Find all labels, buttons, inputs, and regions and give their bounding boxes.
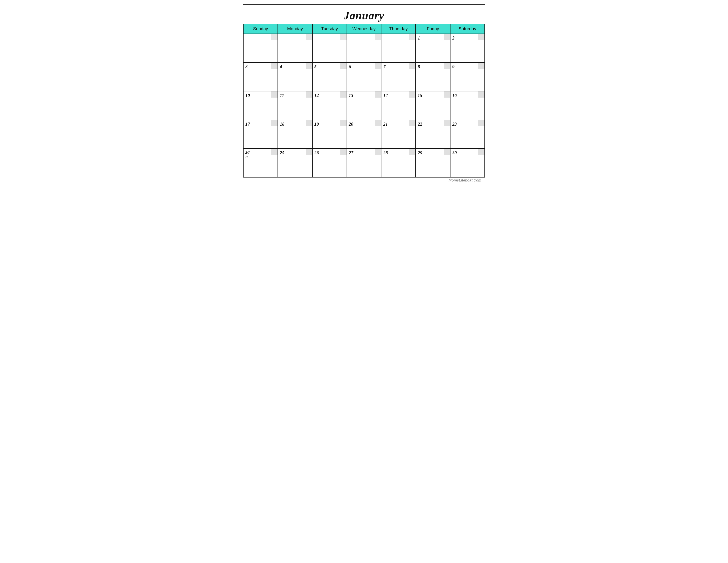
day-cell: 12: [312, 91, 347, 120]
week-row-3: 10111213141516: [243, 91, 485, 120]
day-cell: 2: [450, 34, 485, 62]
day-header-saturday: Saturday: [450, 24, 485, 34]
day-corner-decoration: [444, 149, 450, 155]
day-cell: 15: [416, 91, 450, 120]
day-corner-decoration: [444, 63, 450, 69]
day-corner-decoration: [478, 91, 484, 98]
day-corner-decoration: [409, 149, 415, 155]
day-cell: 1: [416, 34, 450, 62]
day-cell: 24/31: [243, 148, 278, 177]
day-corner-decoration: [271, 120, 278, 126]
day-corner-decoration: [478, 63, 484, 69]
day-corner-decoration: [340, 91, 347, 98]
day-cell: 18: [278, 120, 312, 148]
day-header-sunday: Sunday: [243, 24, 278, 34]
date-number: 19: [314, 121, 319, 126]
day-cell: 21: [381, 120, 416, 148]
day-corner-decoration: [340, 149, 347, 155]
date-number: 23: [452, 121, 457, 126]
day-cell: 9: [450, 62, 485, 91]
date-number: 15: [418, 93, 422, 98]
week-row-2: 3456789: [243, 62, 485, 91]
date-slash: /: [249, 150, 250, 154]
date-number: 8: [418, 64, 420, 69]
day-cell: 26: [312, 148, 347, 177]
date-number: 30: [452, 150, 457, 155]
day-header-wednesday: Wednesday: [347, 24, 381, 34]
day-cell: 23: [450, 120, 485, 148]
day-header-thursday: Thursday: [381, 24, 416, 34]
date-number: 14: [383, 93, 388, 98]
day-corner-decoration: [478, 34, 484, 40]
date-number: 6: [349, 64, 351, 69]
day-corner-decoration: [271, 34, 278, 40]
day-corner-decoration: [478, 120, 484, 126]
week-row-1: 12: [243, 34, 485, 62]
day-cell: 29: [416, 148, 450, 177]
date-number: 17: [245, 121, 250, 126]
calendar-container: January SundayMondayTuesdayWednesdayThur…: [243, 4, 485, 184]
date-number: 11: [280, 93, 284, 98]
date-number: 27: [349, 150, 353, 155]
day-cell: 22: [416, 120, 450, 148]
day-corner-decoration: [306, 63, 312, 69]
day-corner-decoration: [375, 34, 381, 40]
day-cell: [312, 34, 347, 62]
second-date: 31: [245, 155, 248, 158]
date-number: 4: [280, 64, 282, 69]
day-corner-decoration: [271, 149, 278, 155]
date-number: 5: [314, 64, 317, 69]
day-cell: 4: [278, 62, 312, 91]
day-cell: 30: [450, 148, 485, 177]
day-corner-decoration: [340, 34, 347, 40]
day-cell: 7: [381, 62, 416, 91]
day-corner-decoration: [375, 91, 381, 98]
first-date: 24: [245, 150, 249, 154]
day-cell: 3: [243, 62, 278, 91]
date-number: 20: [349, 121, 353, 126]
day-cell: 14: [381, 91, 416, 120]
date-number: 9: [452, 64, 454, 69]
day-corner-decoration: [375, 149, 381, 155]
day-corner-decoration: [306, 91, 312, 98]
date-number: 25: [280, 150, 284, 155]
date-number: 28: [383, 150, 388, 155]
day-cell: 20: [347, 120, 381, 148]
day-corner-decoration: [375, 63, 381, 69]
day-corner-decoration: [478, 149, 484, 155]
day-header-tuesday: Tuesday: [312, 24, 347, 34]
day-corner-decoration: [444, 120, 450, 126]
day-cell: 17: [243, 120, 278, 148]
day-header-monday: Monday: [278, 24, 312, 34]
day-corner-decoration: [375, 120, 381, 126]
day-corner-decoration: [340, 120, 347, 126]
calendar-grid: SundayMondayTuesdayWednesdayThursdayFrid…: [243, 24, 485, 177]
day-cell: 19: [312, 120, 347, 148]
day-cell: 11: [278, 91, 312, 120]
day-corner-decoration: [444, 34, 450, 40]
day-header-friday: Friday: [416, 24, 450, 34]
day-cell: [243, 34, 278, 62]
day-corner-decoration: [340, 63, 347, 69]
date-number: 3: [245, 64, 248, 69]
day-cell: 16: [450, 91, 485, 120]
day-corner-decoration: [306, 34, 312, 40]
week-row-4: 17181920212223: [243, 120, 485, 148]
date-number: 10: [245, 93, 250, 98]
watermark: MomsLifeboat.Com: [243, 177, 485, 184]
date-number: 12: [314, 93, 319, 98]
day-cell: 28: [381, 148, 416, 177]
date-number: 26: [314, 150, 319, 155]
week-row-5: 24/31252627282930: [243, 148, 485, 177]
day-cell: 25: [278, 148, 312, 177]
watermark-text: MomsLifeboat.Com: [449, 178, 481, 182]
date-number: 7: [383, 64, 385, 69]
date-number: 21: [383, 121, 388, 126]
day-corner-decoration: [271, 63, 278, 69]
date-number: 18: [280, 121, 284, 126]
day-cell: 8: [416, 62, 450, 91]
day-cell: 27: [347, 148, 381, 177]
day-corner-decoration: [444, 91, 450, 98]
days-header-row: SundayMondayTuesdayWednesdayThursdayFrid…: [243, 24, 485, 34]
date-number: 13: [349, 93, 353, 98]
